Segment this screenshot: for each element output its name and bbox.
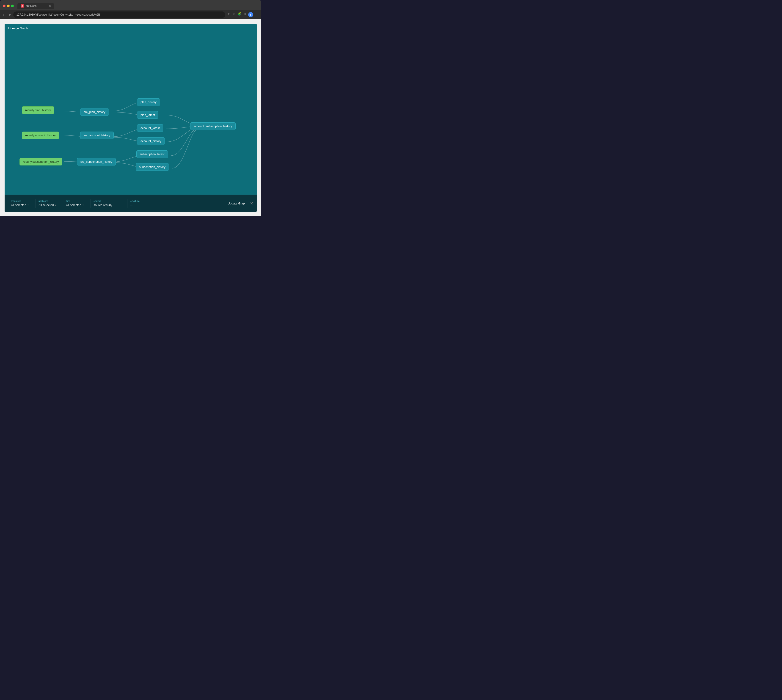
active-tab[interactable]: X dbt Docs ✕ — [17, 3, 54, 9]
toolbar-actions: Update Graph ✕ — [228, 201, 253, 206]
update-graph-button[interactable]: Update Graph — [228, 202, 247, 205]
browser-actions: ⬆ ☆ 🧩 ⊞ S ⋮ — [228, 12, 258, 17]
node-subscription-latest[interactable]: subscription_latest — [137, 150, 168, 158]
select-label: --select — [93, 200, 125, 202]
refresh-button[interactable]: ↻ — [8, 13, 11, 17]
node-recurly-plan-history[interactable]: recurly.plan_history — [22, 107, 54, 114]
node-subscription-history[interactable]: subscription_history — [136, 163, 169, 171]
tab-bar: X dbt Docs ✕ + — [0, 0, 261, 10]
node-plan-latest[interactable]: plan_latest — [137, 111, 158, 119]
menu-icon[interactable]: ⋮ — [255, 12, 258, 17]
resources-label: resources — [11, 200, 33, 202]
new-tab-button[interactable]: + — [55, 3, 61, 9]
exclude-label: --exclude — [130, 200, 152, 202]
tags-value[interactable]: All selected ▾ — [66, 203, 88, 207]
tab-title: dbt Docs — [26, 4, 37, 8]
packages-label: packages — [38, 200, 60, 202]
lineage-graph-title: Lineage Graph — [5, 24, 32, 33]
node-src-plan-history[interactable]: src_plan_history — [80, 108, 109, 116]
node-src-subscription-history[interactable]: src_subscription_history — [77, 158, 116, 165]
tab-close-icon[interactable]: ✕ — [49, 5, 51, 8]
minimize-traffic-light[interactable] — [7, 5, 10, 7]
toolbar-packages-section: packages All selected ▾ — [36, 199, 63, 208]
node-recurly-account-history[interactable]: recurly.account_history — [22, 132, 59, 139]
forward-button[interactable]: › — [5, 13, 7, 17]
bottom-toolbar: resources All selected ▾ packages All se… — [5, 195, 257, 212]
resources-value[interactable]: All selected ▾ — [11, 203, 33, 207]
packages-chevron-icon: ▾ — [55, 204, 56, 206]
traffic-lights — [3, 5, 14, 7]
tags-chevron-icon: ▾ — [83, 204, 83, 206]
browser-content: Lineage Graph — [0, 19, 261, 217]
close-toolbar-button[interactable]: ✕ — [250, 201, 253, 206]
bookmark-icon[interactable]: ☆ — [232, 12, 235, 17]
toolbar-resources-section: resources All selected ▾ — [8, 199, 36, 208]
node-account-subscription-history[interactable]: account_subscription_history — [190, 122, 236, 130]
lineage-graph-container: Lineage Graph — [5, 24, 257, 212]
close-traffic-light[interactable] — [3, 5, 5, 7]
nav-buttons: ‹ › ↻ — [3, 13, 11, 17]
user-avatar[interactable]: S — [248, 12, 253, 17]
share-icon[interactable]: ⬆ — [228, 12, 230, 17]
resources-chevron-icon: ▾ — [28, 204, 28, 206]
graph-canvas: recurly.plan_history recurly.account_his… — [5, 33, 257, 193]
node-plan-history[interactable]: plan_history — [137, 98, 160, 106]
browser-window: X dbt Docs ✕ + ‹ › ↻ ⬆ ☆ 🧩 ⊞ S ⋮ Lineage… — [0, 0, 261, 217]
packages-value[interactable]: All selected ▾ — [38, 203, 60, 207]
maximize-traffic-light[interactable] — [11, 5, 14, 7]
url-input[interactable] — [13, 12, 225, 18]
toolbar-tags-section: tags All selected ▾ — [63, 199, 91, 208]
node-src-account-history[interactable]: src_account_history — [80, 132, 114, 139]
node-account-latest[interactable]: account_latest — [137, 124, 163, 132]
node-account-history[interactable]: account_history — [137, 137, 165, 145]
back-button[interactable]: ‹ — [3, 13, 4, 17]
tags-label: tags — [66, 200, 88, 202]
toolbar-select-section: --select source:recurly+ — [91, 199, 127, 208]
tab-grid-icon[interactable]: ⊞ — [243, 12, 246, 17]
node-recurly-subscription-history[interactable]: recurly.subscription_history — [20, 158, 62, 165]
toolbar-exclude-section: --exclude ... — [127, 199, 155, 208]
select-value[interactable]: source:recurly+ — [93, 203, 125, 207]
dbt-icon: X — [21, 4, 24, 8]
address-bar: ‹ › ↻ ⬆ ☆ 🧩 ⊞ S ⋮ — [0, 10, 261, 19]
exclude-value[interactable]: ... — [130, 203, 152, 207]
extensions-icon[interactable]: 🧩 — [237, 12, 241, 17]
